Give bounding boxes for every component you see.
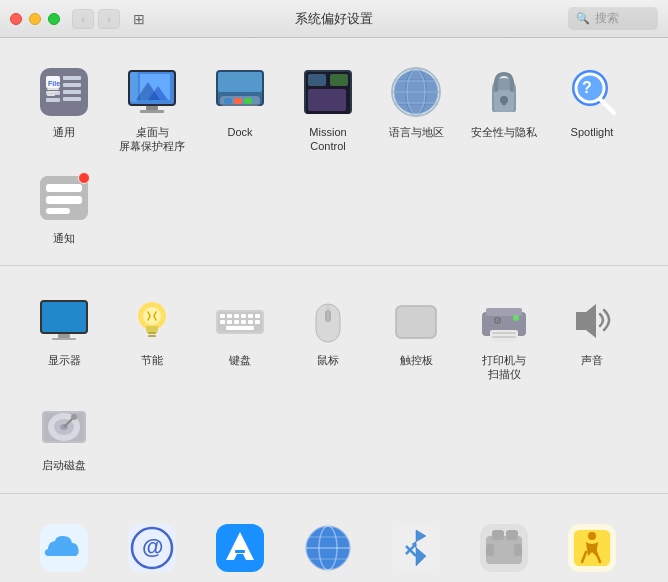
svg-rect-74 <box>255 314 260 318</box>
svg-point-129 <box>588 532 596 540</box>
notifications-label: 通知 <box>53 231 75 245</box>
dock-icon <box>212 64 268 120</box>
mission-icon <box>300 64 356 120</box>
svg-rect-3 <box>46 98 60 102</box>
svg-rect-64 <box>148 332 156 334</box>
mission-label: Mission Control <box>309 125 346 154</box>
startup-icon <box>36 397 92 453</box>
appstore-pref[interactable]: App Store <box>196 512 284 582</box>
svg-point-66 <box>143 307 161 325</box>
svg-rect-122 <box>492 530 504 540</box>
svg-rect-124 <box>486 544 494 556</box>
svg-rect-57 <box>46 208 70 214</box>
icloud-pref[interactable]: iCloud <box>20 512 108 582</box>
titlebar: ‹ › ⊞ 系统偏好设置 🔍 搜索 <box>0 0 668 38</box>
close-button[interactable] <box>10 13 22 25</box>
printers-label: 打印机与 扫描仪 <box>482 353 526 382</box>
trackpad-pref[interactable]: 触控板 <box>372 284 460 390</box>
network-pref[interactable]: 网络 <box>284 512 372 582</box>
svg-rect-20 <box>140 110 164 113</box>
svg-text:File: File <box>48 80 60 87</box>
mouse-label: 鼠标 <box>317 353 339 367</box>
svg-rect-125 <box>514 544 522 556</box>
svg-rect-76 <box>227 320 232 324</box>
search-icon: 🔍 <box>576 12 590 25</box>
svg-rect-30 <box>308 74 326 86</box>
keyboard-pref[interactable]: 键盘 <box>196 284 284 390</box>
svg-rect-31 <box>330 74 348 86</box>
bluetooth-pref[interactable]: 蓝牙 <box>372 512 460 582</box>
general-pref[interactable]: File 通用 <box>20 56 108 162</box>
personal-grid: File 通用 <box>20 56 648 253</box>
svg-rect-6 <box>63 90 81 94</box>
extensions-pref[interactable]: 扩展 <box>460 512 548 582</box>
svg-line-51 <box>600 99 614 113</box>
svg-rect-60 <box>42 302 86 332</box>
sound-icon <box>564 292 620 348</box>
internet-pref[interactable]: @ 互联网 帐户 <box>108 512 196 582</box>
svg-rect-73 <box>248 314 253 318</box>
internet-section: iCloud @ 互联网 帐户 <box>0 494 668 582</box>
startup-pref[interactable]: 启动磁盘 <box>20 389 108 480</box>
svg-rect-11 <box>47 91 59 93</box>
displays-pref[interactable]: 显示器 <box>20 284 108 390</box>
search-box[interactable]: 🔍 搜索 <box>568 7 658 30</box>
svg-rect-123 <box>506 530 518 540</box>
spotlight-pref[interactable]: ? Spotlight <box>548 56 636 162</box>
mission-pref[interactable]: Mission Control <box>284 56 372 162</box>
keyboard-icon <box>212 292 268 348</box>
svg-rect-78 <box>241 320 246 324</box>
svg-rect-47 <box>502 100 506 105</box>
printers-pref[interactable]: ⚙ 打印机与 扫描仪 <box>460 284 548 390</box>
hardware-section: 显示器 <box>0 266 668 494</box>
security-icon <box>476 64 532 120</box>
trackpad-icon <box>388 292 444 348</box>
maximize-button[interactable] <box>48 13 60 25</box>
bluetooth-icon <box>388 520 444 576</box>
svg-rect-19 <box>146 106 158 110</box>
dock-pref[interactable]: Dock <box>196 56 284 162</box>
notifications-icon <box>36 170 92 226</box>
startup-label: 启动磁盘 <box>42 458 86 472</box>
back-button[interactable]: ‹ <box>72 9 94 29</box>
grid-view-button[interactable]: ⊞ <box>128 9 150 29</box>
forward-button[interactable]: › <box>98 9 120 29</box>
security-pref[interactable]: 安全性与隐私 <box>460 56 548 162</box>
language-pref[interactable]: 语言与地区 <box>372 56 460 162</box>
svg-rect-62 <box>52 338 76 340</box>
svg-rect-61 <box>58 334 70 338</box>
energy-pref[interactable]: 节能 <box>108 284 196 390</box>
svg-rect-27 <box>244 98 252 104</box>
svg-rect-72 <box>241 314 246 318</box>
energy-icon <box>124 292 180 348</box>
svg-rect-90 <box>486 308 522 316</box>
dock-label: Dock <box>227 125 252 139</box>
svg-rect-69 <box>220 314 225 318</box>
preferences-content: File 通用 <box>0 38 668 582</box>
svg-text:⚙: ⚙ <box>493 315 502 326</box>
general-label: 通用 <box>53 125 75 139</box>
svg-text:@: @ <box>142 534 163 559</box>
svg-point-94 <box>513 315 519 321</box>
svg-rect-10 <box>47 88 59 90</box>
desktop-pref[interactable]: 桌面与 屏幕保护程序 <box>108 56 196 162</box>
mouse-pref[interactable]: 鼠标 <box>284 284 372 390</box>
appstore-icon <box>212 520 268 576</box>
svg-rect-75 <box>220 320 225 324</box>
sharing-pref[interactable]: 共享 <box>548 512 636 582</box>
svg-rect-23 <box>218 72 262 92</box>
svg-rect-80 <box>255 320 260 324</box>
sound-pref[interactable]: 声音 <box>548 284 636 390</box>
displays-label: 显示器 <box>48 353 81 367</box>
svg-rect-5 <box>63 83 81 87</box>
minimize-button[interactable] <box>29 13 41 25</box>
notifications-pref[interactable]: 通知 <box>20 162 108 253</box>
svg-rect-71 <box>234 314 239 318</box>
printers-icon: ⚙ <box>476 292 532 348</box>
svg-text:?: ? <box>582 79 592 96</box>
spotlight-label: Spotlight <box>571 125 614 139</box>
svg-rect-93 <box>492 336 516 338</box>
svg-rect-16 <box>130 72 138 102</box>
extensions-icon <box>476 520 532 576</box>
svg-rect-7 <box>63 97 81 101</box>
